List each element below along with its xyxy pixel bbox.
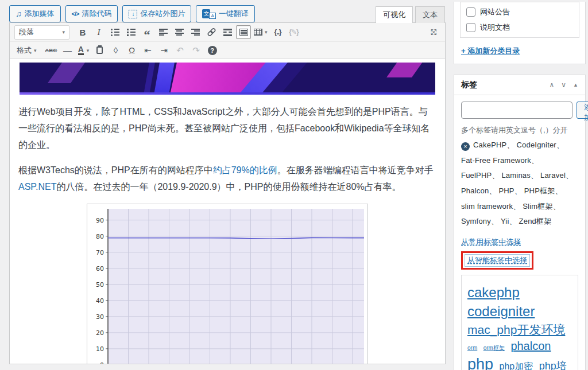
tag-cloud-link[interactable]: php — [467, 356, 493, 370]
toolbar-toggle-button[interactable] — [236, 25, 251, 39]
paste-as-text-button[interactable] — [92, 44, 107, 57]
read-more-icon — [223, 29, 232, 36]
paragraph-2-text: 的八倍。在过去的一年（2019.9-2020.9）中，PHP的使用份额维持在近8… — [56, 182, 401, 192]
numbered-list-button[interactable] — [123, 25, 138, 39]
paste-icon — [96, 46, 103, 54]
table-icon — [254, 29, 262, 36]
editor-column: ♫ 添加媒体 </> 清除代码 ↓ 保存站外图片 文A 一键翻译 可视化 文本 — [9, 0, 446, 370]
translate-icon: 文A — [202, 9, 215, 19]
align-right-button[interactable] — [188, 25, 203, 39]
chevron-down-icon: ▾ — [87, 48, 90, 53]
save-external-images-button[interactable]: ↓ 保存站外图片 — [122, 5, 191, 22]
format-dropdown[interactable]: 格式▾ — [14, 45, 39, 56]
svg-text:10: 10 — [96, 345, 104, 353]
tag-cloud-link[interactable]: orm — [467, 345, 477, 351]
tag-cloud-link[interactable]: phalcon — [510, 340, 551, 352]
code-block-button[interactable]: {..} — [270, 25, 285, 39]
shortcode-button[interactable]: {✎} — [287, 25, 301, 39]
link-php-share[interactable]: 约占79%的比例 — [213, 165, 277, 175]
paragraph-style-value: 段落 — [19, 27, 34, 37]
choose-from-smart-tags-link[interactable]: 从智能标签中选择 — [465, 254, 530, 267]
editor-content[interactable]: 进行Web项目开发，除了HTML，CSS和JavaScript之外，大部分人可能… — [10, 59, 445, 364]
media-buttons-row: ♫ 添加媒体 </> 清除代码 ↓ 保存站外图片 文A 一键翻译 可视化 文本 — [9, 0, 446, 22]
chevron-down-icon: ▾ — [34, 48, 37, 53]
table-button[interactable]: ▾ — [252, 25, 269, 39]
tags-panel-title: 标签 — [461, 80, 477, 90]
link-icon — [207, 28, 216, 37]
banner-shape — [386, 63, 425, 77]
chart-image: 01020304050607080901 Sep'191 Oct1 Nov1 D… — [87, 204, 368, 364]
svg-text:90: 90 — [96, 217, 104, 224]
one-click-translate-button[interactable]: 文A 一键翻译 — [196, 5, 254, 22]
text-color-icon: A — [78, 45, 84, 55]
editor-mode-tabs: 可视化 文本 — [376, 6, 445, 23]
strikethrough-button[interactable]: ABC — [44, 44, 59, 57]
checkbox-icon[interactable] — [466, 7, 475, 17]
banner-shape — [144, 63, 155, 95]
new-tag-input[interactable] — [461, 102, 572, 119]
tag-cloud-link[interactable]: cakephp — [467, 285, 520, 300]
paragraph-2-text: 。在服务器端编程语言中将近竞争对手 — [277, 165, 434, 175]
align-right-icon — [191, 29, 200, 36]
tag-cloud-link[interactable]: codeigniter — [467, 303, 535, 319]
move-up-icon[interactable]: ∧ — [549, 81, 554, 89]
php-market-share-chart: 01020304050607080901 Sep'191 Oct1 Nov1 D… — [87, 204, 368, 364]
help-icon: ? — [208, 46, 217, 55]
special-character-button[interactable]: Ω — [125, 44, 140, 57]
read-more-button[interactable] — [220, 25, 235, 39]
remove-tag-icon[interactable]: × — [461, 142, 470, 151]
clear-code-label: 清除代码 — [82, 9, 111, 19]
bold-button[interactable]: B — [75, 25, 90, 39]
horizontal-rule-button[interactable]: — — [60, 44, 75, 57]
redo-button[interactable]: ↷ — [189, 44, 204, 57]
bullet-list-button[interactable] — [107, 25, 122, 39]
checkbox-icon[interactable] — [466, 23, 475, 32]
save-image-icon: ↓ — [129, 10, 137, 18]
category-checkbox-row[interactable]: 网站公告 — [466, 7, 573, 17]
tab-visual[interactable]: 可视化 — [376, 6, 413, 23]
tags-panel-header[interactable]: 标签 ∧ ∨ ▲ — [454, 75, 585, 95]
undo-button[interactable]: ↶ — [173, 44, 188, 57]
choose-from-common-tags-link[interactable]: 从常用标签中选择 — [461, 237, 521, 247]
italic-button[interactable]: I — [91, 25, 106, 39]
paragraph-1: 进行Web项目开发，除了HTML，CSS和JavaScript之外，大部分人可能… — [18, 104, 436, 153]
paragraph-style-dropdown[interactable]: 段落 ▾ — [14, 25, 69, 40]
clear-formatting-button[interactable]: ◊ — [109, 44, 123, 57]
svg-text:0: 0 — [100, 361, 104, 364]
link-aspnet[interactable]: ASP.NET — [18, 182, 56, 192]
category-panel: 网站公告 说明文档 + 添加新分类目录 — [454, 2, 586, 64]
banner-shape — [48, 63, 89, 83]
blockquote-button[interactable]: “ — [140, 25, 154, 39]
tag-cloud-link[interactable]: mac_php开发环境 — [467, 323, 565, 336]
collapse-toggle-icon[interactable]: ▲ — [573, 82, 578, 88]
align-center-button[interactable] — [172, 25, 187, 39]
add-media-button[interactable]: ♫ 添加媒体 — [9, 5, 61, 22]
category-checkbox-row[interactable]: 说明文档 — [466, 22, 573, 33]
svg-text:60: 60 — [96, 265, 104, 272]
tab-text[interactable]: 文本 — [415, 6, 445, 23]
help-button[interactable]: ? — [205, 44, 220, 57]
format-dropdown-label: 格式 — [17, 45, 32, 56]
post-hero-image — [20, 63, 435, 95]
align-left-button[interactable] — [156, 25, 171, 39]
indent-button[interactable]: ⇥ — [157, 44, 172, 57]
bullet-list-icon — [111, 29, 119, 36]
category-label: 网站公告 — [480, 7, 510, 17]
align-center-icon — [175, 29, 184, 36]
outdent-button[interactable]: ⇤ — [141, 44, 156, 57]
add-tag-button[interactable]: 添加 — [577, 102, 588, 119]
clear-code-button[interactable]: </> 清除代码 — [65, 5, 118, 22]
applied-tags-text: CakePHP、 CodeIgniter、 Fat-Free Framework… — [461, 141, 573, 225]
add-new-category-link[interactable]: + 添加新分类目录 — [461, 46, 520, 56]
tags-panel-body: 添加 多个标签请用英文逗号（,）分开 ×CakePHP、 CodeIgniter… — [454, 95, 585, 370]
panel-header-icons: ∧ ∨ ▲ — [549, 81, 578, 89]
sidebar: 网站公告 说明文档 + 添加新分类目录 标签 ∧ ∨ ▲ — [454, 0, 586, 370]
svg-text:70: 70 — [96, 249, 104, 256]
insert-link-button[interactable] — [204, 25, 219, 39]
move-down-icon[interactable]: ∨ — [561, 81, 566, 89]
tag-cloud-link[interactable]: php加密 — [500, 361, 533, 370]
fullscreen-icon: ⤢ — [429, 28, 438, 37]
fullscreen-button[interactable]: ⤡⤢ — [429, 28, 438, 37]
tag-cloud-link[interactable]: orm框架 — [483, 345, 505, 351]
text-color-button[interactable]: A▾ — [76, 44, 91, 57]
